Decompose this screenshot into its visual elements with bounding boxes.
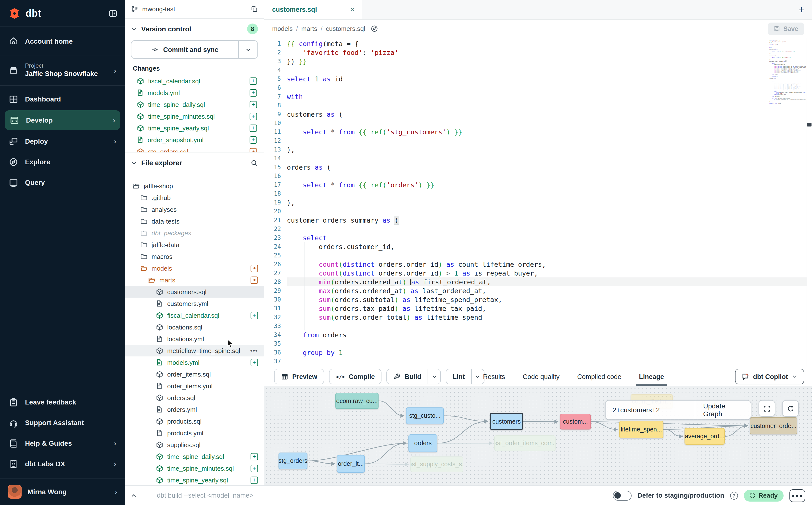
file-tree-item-time-spine-minutes-sql[interactable]: time_spine_minutes.sql+ (125, 462, 264, 474)
file-tree-item-time-spine-daily-sql[interactable]: time_spine_daily.sql+ (125, 451, 264, 462)
tab-compiled-code[interactable]: Compiled code (570, 367, 628, 386)
changed-file-row[interactable]: stg_orders.sql (125, 146, 264, 153)
lineage-node-average[interactable]: average_ord... (684, 428, 725, 445)
sidebar-item-deploy[interactable]: Deploy › (0, 131, 125, 152)
editor-scrollbar[interactable] (807, 38, 812, 367)
row-menu-icon[interactable]: ••• (250, 347, 258, 354)
tab-customers-sql[interactable]: customers.sql ✕ (264, 0, 362, 19)
file-tree-item-products-sql[interactable]: products.sql (125, 415, 264, 427)
tab-lineage[interactable]: Lineage (632, 367, 671, 386)
lineage-graph[interactable]: count_lifetim... ecom.raw_cu...stg_custo… (264, 386, 812, 485)
file-tree-item-metricflow-time-spine-sql[interactable]: metricflow_time_spine.sql••• (125, 345, 264, 356)
sidebar-item-develop[interactable]: Develop › (5, 110, 120, 130)
commit-and-sync-button[interactable]: Commit and sync (131, 40, 258, 59)
sidebar-user-menu[interactable]: Mirna Wong › (0, 479, 125, 505)
file-tree-item-models[interactable]: models (125, 262, 264, 274)
compass-lineage-icon[interactable] (371, 25, 378, 32)
modified-dot-icon[interactable] (250, 148, 257, 153)
modified-dot-icon[interactable] (251, 276, 258, 284)
sidebar-item-query[interactable]: Query (0, 172, 125, 193)
file-tree-item-order-items-sql[interactable]: order_items.sql (125, 368, 264, 380)
file-tree-item-analyses[interactable]: analyses (125, 203, 264, 215)
file-tree-item-jaffle-shop[interactable]: jaffle-shop (125, 180, 264, 192)
lineage-node-lifetime[interactable]: lifetime_spen... (619, 421, 663, 438)
sidebar-item-explore[interactable]: Explore (0, 152, 125, 172)
preview-button[interactable]: Preview (274, 369, 324, 384)
stage-plus-icon[interactable]: + (250, 77, 257, 85)
changed-file-row[interactable]: time_spine_yearly.sql+ (125, 122, 264, 134)
stage-plus-icon[interactable]: + (251, 312, 258, 319)
file-tree-item-order-items-yml[interactable]: order_items.yml (125, 380, 264, 392)
file-tree-item-customers-yml[interactable]: customers.yml (125, 298, 264, 309)
file-tree-item-locations-yml[interactable]: locations.yml (125, 333, 264, 345)
lineage-node-order_items[interactable]: order_it... (337, 455, 365, 473)
file-tree-item-products-yml[interactable]: products.yml (125, 427, 264, 439)
save-button[interactable]: Save (768, 22, 804, 35)
stage-plus-icon[interactable]: + (251, 453, 258, 460)
build-button[interactable]: Build (387, 369, 441, 384)
stage-plus-icon[interactable]: + (251, 359, 258, 366)
search-icon[interactable] (251, 159, 258, 166)
lineage-search-input[interactable]: 2+customers+2 (606, 400, 695, 419)
new-tab-button[interactable]: + (799, 0, 804, 20)
breadcrumb-marts[interactable]: marts (301, 25, 317, 32)
stage-plus-icon[interactable]: + (250, 136, 257, 143)
file-tree-item--github[interactable]: .github (125, 192, 264, 203)
commit-options-chevron[interactable] (239, 41, 258, 58)
collapse-sidebar-icon[interactable] (109, 9, 117, 17)
fullscreen-button[interactable] (759, 400, 775, 417)
tab-code-quality[interactable]: Code quality (516, 367, 566, 386)
defer-toggle[interactable] (613, 491, 632, 500)
update-graph-button[interactable]: Update Graph (695, 400, 751, 419)
dbt-copilot-button[interactable]: dbt Copilot (735, 369, 804, 384)
sidebar-item-account-home[interactable]: Account home (0, 27, 125, 55)
help-icon[interactable]: ? (730, 492, 738, 499)
close-icon[interactable]: ✕ (350, 6, 355, 13)
file-tree-item-orders-yml[interactable]: orders.yml (125, 403, 264, 415)
version-control-header[interactable]: Version control 8 (125, 19, 264, 39)
compile-button[interactable]: </> Compile (329, 369, 382, 384)
changed-file-row[interactable]: order_snapshot.yml+ (125, 134, 264, 146)
stage-plus-icon[interactable]: + (250, 89, 257, 96)
breadcrumb-file[interactable]: customers.sql (326, 25, 365, 32)
more-options-button[interactable]: ●●● (789, 489, 805, 502)
command-input[interactable]: dbt build --select <model_name> (152, 492, 607, 499)
lineage-node-test_supply[interactable]: test_supply_costs_s... (411, 457, 463, 472)
changed-file-row[interactable]: time_spine_daily.sql+ (125, 99, 264, 110)
changed-file-row[interactable]: time_spine_minutes.sql+ (125, 110, 264, 122)
lineage-node-customers[interactable]: customers (490, 413, 523, 430)
refresh-graph-button[interactable] (782, 400, 799, 417)
sidebar-item-leave-feedback[interactable]: Leave feedback (0, 392, 125, 412)
status-badge[interactable]: Ready (744, 490, 784, 501)
lineage-node-cust_orders[interactable]: customer_orde... (750, 417, 797, 435)
file-tree-item-fiscal-calendar-sql[interactable]: fiscal_calendar.sql+ (125, 309, 264, 321)
changed-file-row[interactable]: fiscal_calendar.sql+ (125, 75, 264, 87)
file-tree-item-supplies-sql[interactable]: supplies.sql (125, 439, 264, 451)
lineage-node-stg_customers[interactable]: stg_custo... (406, 407, 444, 424)
sidebar-item-dbt-labs-dx[interactable]: dbt Labs DX › (0, 454, 125, 474)
file-tree-item-time-spine-yearly-sql[interactable]: time_spine_yearly.sql+ (125, 474, 264, 485)
file-tree-item-locations-sql[interactable]: locations.sql (125, 321, 264, 333)
sidebar-item-project[interactable]: Project Jaffle Shop Snowflake › (0, 55, 125, 86)
sidebar-item-dashboard[interactable]: Dashboard (0, 89, 125, 109)
lineage-node-orders[interactable]: orders (409, 435, 437, 452)
minimap[interactable]: {{ config(meta = { 'favorite_food': 'piz… (769, 40, 806, 104)
expand-command-bar-icon[interactable] (128, 490, 140, 501)
stage-plus-icon[interactable]: + (250, 124, 257, 132)
file-tree-item-dbt-packages[interactable]: dbt_packages (125, 227, 264, 239)
breadcrumb-models[interactable]: models (272, 25, 293, 32)
code-editor[interactable]: 1234567891011121314151617181920212223242… (264, 38, 812, 367)
file-tree-item-models-yml[interactable]: models.yml+ (125, 356, 264, 368)
changed-file-row[interactable]: models.yml+ (125, 87, 264, 99)
lineage-node-ecom[interactable]: ecom.raw_cu... (335, 393, 378, 409)
tab-results[interactable]: Results (476, 367, 512, 386)
sidebar-item-support-assistant[interactable]: Support Assistant (0, 412, 125, 433)
stage-plus-icon[interactable]: + (251, 476, 258, 484)
file-tree-item-jaffle-data[interactable]: jaffle-data (125, 239, 264, 250)
lineage-node-custom[interactable]: custom... (560, 414, 591, 430)
file-explorer-header[interactable]: File explorer (125, 153, 264, 173)
build-options-chevron[interactable] (428, 369, 440, 384)
file-tree-item-macros[interactable]: macros (125, 250, 264, 262)
file-tree-item-data-tests[interactable]: data-tests (125, 215, 264, 227)
lineage-node-stg_orders[interactable]: stg_orders (279, 453, 307, 469)
